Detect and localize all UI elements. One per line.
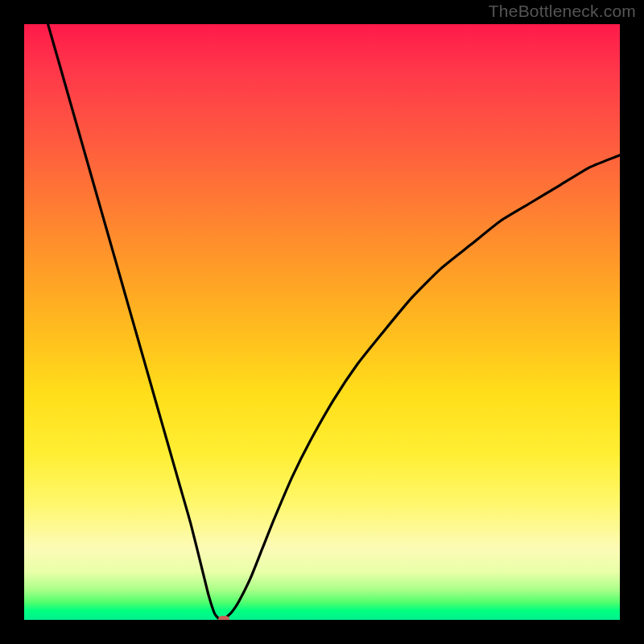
minimum-marker [218,616,229,620]
chart-wrapper: TheBottleneck.com [0,0,644,644]
plot-area [24,24,620,620]
watermark-text: TheBottleneck.com [489,2,636,21]
gradient-background [24,24,620,620]
